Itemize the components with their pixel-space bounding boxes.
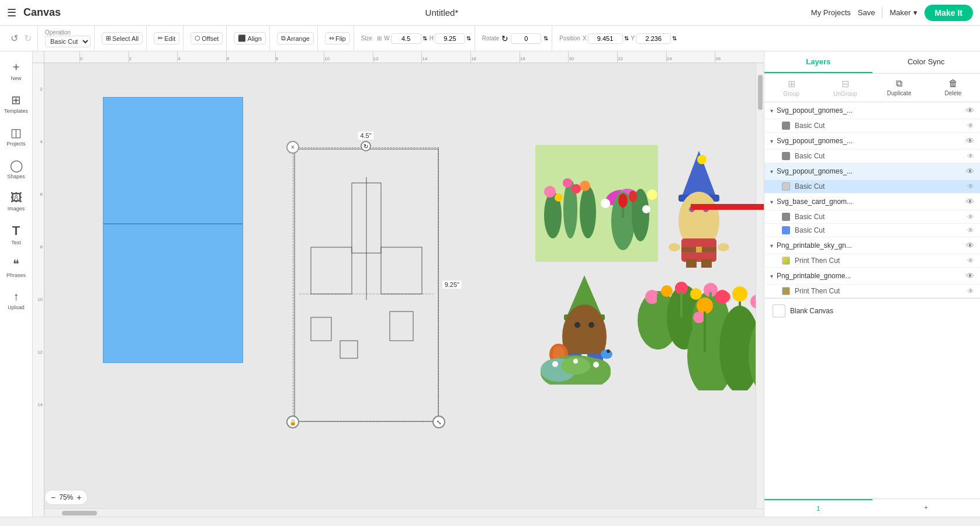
ruler-mark-6: 6: [226, 51, 275, 63]
flip-label: Flip: [335, 35, 346, 42]
rotate-input[interactable]: [511, 33, 541, 44]
sidebar-item-text[interactable]: T Text: [2, 219, 31, 250]
canvas-tab-add[interactable]: +: [872, 499, 981, 517]
sidebar-item-templates-label: Templates: [4, 108, 28, 114]
operation-select[interactable]: Basic Cut: [45, 36, 91, 47]
layer-item-3[interactable]: ▾ Svg_popout_gnomes_... 👁: [764, 163, 980, 180]
layer-sub-3-1-eye-icon[interactable]: 👁: [967, 182, 974, 191]
rotate-stepper-icon[interactable]: ⇅: [543, 35, 548, 41]
sidebar-item-phrases[interactable]: ❝ Phrases: [2, 252, 31, 283]
tab-layers[interactable]: Layers: [764, 51, 872, 73]
layer-item-6[interactable]: ▾ Png_printable_gnome... 👁: [764, 268, 980, 285]
sidebar-item-images[interactable]: 🖼 Images: [2, 186, 31, 216]
position-y-group: Y ⇅: [631, 33, 677, 44]
layer-item-2[interactable]: ▾ Svg_popout_gnomes_... 👁: [764, 133, 980, 150]
position-y-input[interactable]: [636, 33, 671, 44]
layer-1-eye-icon[interactable]: 👁: [966, 106, 974, 115]
zoom-in-button[interactable]: +: [77, 493, 81, 502]
layer-sub-5-1-eye-icon[interactable]: 👁: [967, 257, 974, 265]
close-handle[interactable]: ×: [286, 141, 299, 154]
layer-2-eye-icon[interactable]: 👁: [966, 136, 974, 146]
canvas-image-flowers1[interactable]: [535, 145, 658, 262]
layer-sub-1-1-eye-icon[interactable]: 👁: [967, 122, 974, 130]
sidebar-item-upload[interactable]: ↑ Upload: [2, 285, 31, 315]
layer-item-4[interactable]: ▾ Svg_base_card_gnom... 👁: [764, 193, 980, 210]
layer-sub-4-2-color: [782, 226, 790, 234]
canvas-area[interactable]: 0 2 4 6 8 10 12 14 16 18 20 22 24 26 2 4…: [33, 51, 764, 517]
svg-point-72: [552, 361, 558, 367]
duplicate-action[interactable]: ⧉ Duplicate: [872, 74, 926, 102]
redo-button[interactable]: ↻: [22, 32, 34, 45]
delete-action[interactable]: 🗑 Delete: [926, 74, 980, 102]
sidebar-item-new[interactable]: + New: [2, 56, 31, 86]
canvas-content[interactable]: ↻ × 🔒 ⤡ 4.5" 9.25": [44, 63, 764, 517]
undo-button[interactable]: ↺: [8, 32, 20, 45]
size-h-label: H: [430, 35, 434, 41]
layer-sub-4-1[interactable]: Basic Cut 👁: [764, 210, 980, 224]
my-projects-link[interactable]: My Projects: [811, 8, 851, 17]
layer-sub-4-2-eye-icon[interactable]: 👁: [967, 226, 974, 234]
canvas-tab-1[interactable]: 1: [764, 499, 872, 517]
size-w-stepper-icon[interactable]: ⇅: [423, 35, 427, 41]
layer-sub-6-1[interactable]: Print Then Cut 👁: [764, 285, 980, 298]
edit-button[interactable]: ✏ Edit: [154, 32, 179, 44]
scrollbar-thumb-v[interactable]: [758, 75, 763, 110]
select-all-button[interactable]: ⊞ Select All: [102, 32, 143, 44]
layer-sub-2-1[interactable]: Basic Cut 👁: [764, 150, 980, 163]
align-button[interactable]: ⬛ Align: [234, 32, 265, 44]
layer-item-5[interactable]: ▾ Png_printable_sky_gn... 👁: [764, 237, 980, 254]
scale-handle[interactable]: ⤡: [432, 416, 445, 428]
vertical-scrollbar[interactable]: [756, 63, 764, 508]
canvas-image-flowers-top-right[interactable]: [681, 274, 764, 390]
blank-canvas-item[interactable]: Blank Canvas: [764, 298, 980, 323]
layer-sub-4-1-eye-icon[interactable]: 👁: [967, 213, 974, 221]
selected-shape[interactable]: ↻ × 🔒 ⤡ 4.5" 9.25": [293, 147, 439, 422]
make-it-button[interactable]: Make It: [924, 5, 973, 21]
sidebar-item-templates[interactable]: ⊞ Templates: [2, 88, 31, 119]
maker-dropdown[interactable]: Maker ▾: [889, 8, 917, 17]
projects-icon: ◫: [11, 126, 22, 140]
size-h-input[interactable]: [435, 33, 465, 44]
sidebar-item-shapes[interactable]: ◯ Shapes: [2, 154, 31, 184]
layer-sub-2-1-eye-icon[interactable]: 👁: [967, 152, 974, 160]
ruler-mark-2: 2: [129, 51, 178, 63]
layer-sub-1-1-name: Basic Cut: [795, 122, 962, 130]
layer-6-eye-icon[interactable]: 👁: [966, 271, 974, 281]
blue-rectangle[interactable]: [103, 97, 243, 363]
toolbar: ↺ ↻ Operation Basic Cut ⊞ Select All ✏ E…: [0, 26, 980, 51]
flip-button[interactable]: ⇔ Flip: [325, 32, 350, 44]
layer-sub-1-1-color: [782, 122, 790, 130]
rotate-handle[interactable]: ↻: [361, 141, 371, 151]
lock-handle[interactable]: 🔒: [286, 416, 299, 428]
tab-color-sync[interactable]: Color Sync: [872, 51, 981, 73]
layer-3-eye-icon[interactable]: 👁: [966, 167, 974, 176]
layer-sub-6-1-eye-icon[interactable]: 👁: [967, 287, 974, 295]
zoom-out-button[interactable]: −: [51, 493, 56, 502]
layer-5-eye-icon[interactable]: 👁: [966, 241, 974, 250]
offset-button[interactable]: ⬡ Offset: [191, 32, 223, 44]
layer-sub-1-1[interactable]: Basic Cut 👁: [764, 119, 980, 133]
ruler-mark-22: 22: [617, 51, 666, 63]
layer-sub-4-2[interactable]: Basic Cut 👁: [764, 224, 980, 237]
flip-group: ⇔ Flip: [321, 26, 354, 51]
layer-sub-5-1[interactable]: Print Then Cut 👁: [764, 254, 980, 268]
position-x-input[interactable]: [588, 33, 623, 44]
layer-sub-3-1[interactable]: Basic Cut 👁: [764, 180, 980, 193]
topbar-right: My Projects Save Maker ▾ Make It: [811, 5, 973, 21]
horizontal-scrollbar[interactable]: [44, 508, 764, 517]
layer-item-1[interactable]: ▾ Svg_popout_gnomes_... 👁: [764, 102, 980, 119]
layer-4-eye-icon[interactable]: 👁: [966, 197, 974, 206]
sidebar-item-projects[interactable]: ◫ Projects: [2, 121, 31, 151]
size-w-input[interactable]: [391, 33, 421, 44]
save-button[interactable]: Save: [858, 8, 875, 17]
ruler-left-mark-1: 2: [33, 86, 44, 139]
svg-rect-6: [390, 312, 413, 341]
position-y-stepper-icon[interactable]: ⇅: [672, 35, 677, 41]
position-x-stepper-icon[interactable]: ⇅: [624, 35, 629, 41]
size-h-stepper-icon[interactable]: ⇅: [466, 35, 471, 41]
scrollbar-thumb-h[interactable]: [62, 511, 97, 515]
menu-icon[interactable]: ☰: [7, 6, 16, 19]
new-icon: +: [13, 61, 20, 74]
canvas-image-grass-mound[interactable]: [538, 344, 614, 385]
arrange-button[interactable]: ⧉ Arrange: [277, 32, 314, 44]
